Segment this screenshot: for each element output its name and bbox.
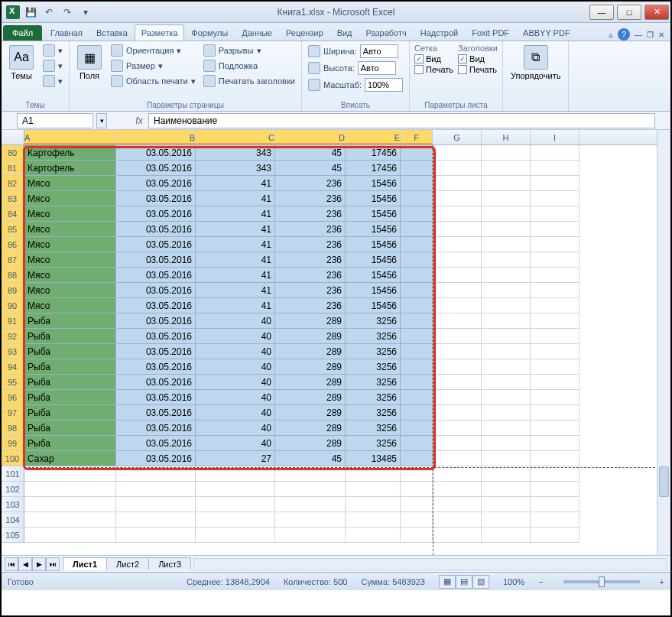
zoom-slider[interactable] — [563, 580, 640, 583]
name-box[interactable]: A1 — [17, 113, 93, 128]
row-header[interactable]: 105 — [2, 528, 24, 543]
theme-fonts-button[interactable]: ▾ — [41, 59, 64, 73]
undo-icon[interactable]: ↶ — [41, 5, 57, 20]
cell[interactable]: 3256 — [346, 344, 401, 359]
cell[interactable]: 03.05.2016 — [116, 222, 196, 237]
cell[interactable]: 289 — [275, 329, 346, 344]
cell[interactable] — [482, 436, 531, 451]
cell[interactable] — [275, 466, 346, 482]
cell[interactable]: 40 — [196, 329, 275, 344]
row-header[interactable]: 97 — [2, 405, 24, 421]
cell[interactable] — [482, 298, 531, 313]
cell[interactable]: Мясо — [24, 283, 116, 298]
cell[interactable]: 03.05.2016 — [116, 421, 196, 436]
cell[interactable] — [482, 191, 531, 206]
cell[interactable] — [531, 298, 579, 313]
headings-view-checkbox[interactable]: ✓Вид — [458, 54, 498, 63]
cell[interactable]: 343 — [196, 145, 275, 161]
cell[interactable]: 40 — [196, 436, 275, 451]
cell[interactable] — [531, 405, 579, 421]
cell[interactable]: 236 — [275, 222, 346, 237]
cell[interactable] — [531, 359, 579, 375]
cell[interactable] — [401, 512, 433, 528]
cell[interactable]: 17456 — [346, 145, 401, 161]
cell[interactable]: 40 — [196, 344, 275, 359]
cell[interactable] — [401, 359, 433, 375]
cell[interactable] — [482, 359, 531, 375]
cell[interactable] — [401, 466, 433, 482]
print-titles-button[interactable]: Печатать заголовки — [202, 74, 297, 88]
cell[interactable] — [433, 191, 482, 206]
cell[interactable]: 3256 — [346, 390, 401, 405]
cell[interactable] — [24, 528, 116, 543]
cell[interactable]: 15456 — [346, 222, 401, 237]
row-header[interactable]: 86 — [2, 237, 24, 252]
cell[interactable]: 03.05.2016 — [116, 313, 196, 329]
row-header[interactable]: 87 — [2, 252, 24, 268]
cell[interactable] — [531, 436, 579, 451]
cell[interactable] — [433, 359, 482, 375]
cell[interactable] — [401, 237, 433, 252]
column-header-B[interactable]: B — [116, 130, 196, 145]
cell[interactable]: 15456 — [346, 191, 401, 206]
cell[interactable]: Рыба — [24, 313, 116, 329]
cell[interactable] — [433, 313, 482, 329]
minimize-button[interactable]: — — [589, 5, 614, 20]
cell[interactable]: 343 — [196, 161, 275, 176]
cell[interactable] — [531, 528, 579, 543]
help-icon[interactable]: ? — [618, 28, 630, 41]
cell[interactable]: 41 — [196, 268, 275, 283]
cell[interactable] — [433, 344, 482, 359]
cell[interactable]: 03.05.2016 — [116, 344, 196, 359]
gridlines-print-checkbox[interactable]: Печать — [414, 65, 453, 74]
cell[interactable] — [482, 390, 531, 405]
vertical-scrollbar[interactable] — [657, 130, 670, 555]
cell[interactable] — [433, 497, 482, 512]
cell[interactable]: 40 — [196, 405, 275, 421]
cell[interactable] — [433, 237, 482, 252]
scrollbar-thumb[interactable] — [659, 466, 669, 497]
cell[interactable]: 41 — [196, 252, 275, 268]
cell[interactable]: Рыба — [24, 329, 116, 344]
row-header[interactable]: 84 — [2, 206, 24, 222]
cell[interactable]: 03.05.2016 — [116, 252, 196, 268]
cell[interactable] — [401, 390, 433, 405]
cell[interactable] — [346, 512, 401, 528]
cell[interactable] — [433, 206, 482, 222]
cell[interactable] — [433, 176, 482, 191]
maximize-button[interactable]: □ — [617, 5, 641, 20]
cell[interactable] — [531, 421, 579, 436]
fx-icon[interactable]: fx — [130, 115, 148, 126]
cell[interactable]: 40 — [196, 359, 275, 375]
cell[interactable]: 03.05.2016 — [116, 191, 196, 206]
sheet-nav-prev[interactable]: ◀ — [18, 557, 32, 571]
arrange-button[interactable]: ⧉ Упорядочить — [508, 44, 563, 82]
breaks-button[interactable]: Разрывы ▾ — [202, 44, 297, 57]
cell[interactable]: 3256 — [346, 329, 401, 344]
cell[interactable]: 03.05.2016 — [116, 451, 196, 466]
cell[interactable] — [346, 528, 401, 543]
mdi-close-icon[interactable]: ✕ — [658, 31, 664, 39]
cell[interactable]: Рыба — [24, 390, 116, 405]
cell[interactable] — [116, 466, 196, 482]
cell[interactable] — [401, 375, 433, 390]
cell[interactable]: Рыба — [24, 421, 116, 436]
width-input[interactable] — [360, 44, 398, 58]
cell[interactable]: 41 — [196, 237, 275, 252]
cell[interactable] — [531, 482, 579, 497]
cell[interactable] — [275, 497, 346, 512]
cell[interactable] — [433, 298, 482, 313]
cell[interactable] — [433, 405, 482, 421]
ribbon-tab-вид[interactable]: Вид — [330, 24, 359, 41]
cell[interactable]: 03.05.2016 — [116, 283, 196, 298]
size-button[interactable]: Размер ▾ — [109, 59, 197, 73]
ribbon-tab-надстрой[interactable]: Надстрой — [414, 24, 465, 41]
row-header[interactable]: 93 — [2, 344, 24, 359]
cell[interactable] — [401, 161, 433, 176]
sheet-nav-last[interactable]: ⏭ — [46, 557, 60, 571]
ribbon-tab-foxit pdf[interactable]: Foxit PDF — [465, 24, 516, 41]
ribbon-tab-abbyy pdf[interactable]: ABBYY PDF — [516, 24, 577, 41]
cell[interactable]: 15456 — [346, 252, 401, 268]
cell[interactable]: 03.05.2016 — [116, 329, 196, 344]
cell[interactable] — [433, 512, 482, 528]
